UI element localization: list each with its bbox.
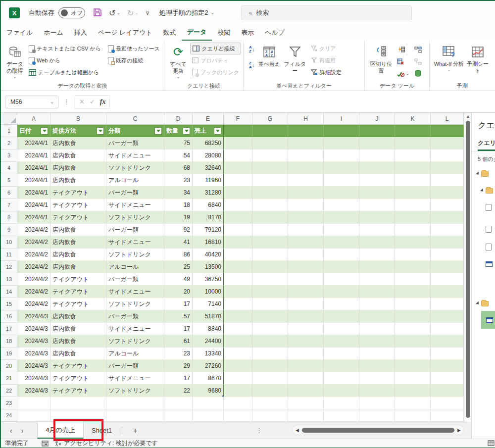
scroll-right-icon[interactable]: ▶	[457, 428, 461, 433]
data-validation-button[interactable]: ⌄	[396, 67, 411, 79]
empty-cell[interactable]	[395, 372, 431, 385]
empty-cell[interactable]	[252, 174, 288, 187]
query-item[interactable]	[481, 185, 493, 196]
data-cell[interactable]: 店内飲食	[50, 348, 106, 360]
column-header-E[interactable]: E	[193, 113, 224, 124]
query-item-selected[interactable]	[481, 311, 495, 329]
from-text-csv-button[interactable]: テキストまたは CSV から	[27, 43, 103, 54]
empty-cell[interactable]	[288, 149, 324, 162]
empty-cell[interactable]	[431, 162, 464, 174]
empty-cell[interactable]	[224, 409, 252, 422]
empty-cell[interactable]	[252, 211, 288, 224]
filter-dropdown-icon[interactable]	[183, 127, 190, 135]
enter-icon[interactable]: ✓	[90, 98, 95, 105]
data-cell[interactable]: 店内飲食	[50, 224, 106, 236]
empty-cell[interactable]	[288, 187, 324, 199]
data-cell[interactable]: サイドメニュー	[106, 199, 164, 211]
data-cell[interactable]: テイクアウト	[50, 360, 106, 372]
empty-cell[interactable]	[395, 310, 431, 323]
empty-cell[interactable]	[359, 310, 395, 323]
empty-cell[interactable]	[431, 372, 464, 385]
accessibility-status[interactable]: アクセシビリティ: 検討が必要です	[64, 439, 158, 448]
empty-cell[interactable]	[252, 236, 288, 249]
scroll-up-icon[interactable]: ▲	[466, 114, 470, 119]
empty-cell[interactable]	[252, 409, 288, 422]
data-cell[interactable]: 51870	[193, 310, 224, 323]
empty-cell[interactable]	[252, 249, 288, 261]
empty-cell[interactable]	[252, 298, 288, 310]
formula-input[interactable]	[114, 95, 491, 109]
queries-connections-button[interactable]: クエリと接続	[190, 43, 241, 54]
empty-cell[interactable]	[288, 273, 324, 286]
data-cell[interactable]: ソフトドリンク	[106, 298, 164, 310]
data-cell[interactable]: 13500	[193, 261, 224, 273]
empty-cell[interactable]	[395, 348, 431, 360]
filter-dropdown-icon[interactable]	[154, 127, 162, 135]
data-cell[interactable]: 36750	[193, 273, 224, 286]
empty-cell[interactable]	[324, 187, 359, 199]
empty-cell[interactable]	[431, 224, 464, 236]
empty-cell[interactable]	[359, 187, 395, 199]
empty-cell[interactable]	[224, 236, 252, 249]
data-cell[interactable]: 2024/4/3	[17, 360, 50, 372]
spreadsheet-grid[interactable]: ABCDEFGHIJKL1日付提供方法分類数量売上22024/4/1店内飲食バー…	[1, 113, 464, 422]
data-cell[interactable]: バーガー類	[106, 273, 164, 286]
data-cell[interactable]: バーガー類	[106, 224, 164, 236]
row-number[interactable]: 17	[1, 323, 17, 335]
empty-cell[interactable]	[224, 348, 252, 360]
empty-cell[interactable]	[252, 224, 288, 236]
empty-cell[interactable]	[324, 298, 359, 310]
query-pane-tab[interactable]: クエリ	[478, 139, 495, 151]
column-header-J[interactable]: J	[359, 113, 395, 124]
empty-cell[interactable]	[252, 261, 288, 273]
tab-help[interactable]: ヘルプ	[259, 25, 290, 40]
empty-cell[interactable]	[324, 125, 359, 137]
data-cell[interactable]: 10000	[193, 286, 224, 298]
data-cell[interactable]: 2024/4/3	[17, 372, 50, 385]
data-cell[interactable]: 2024/4/1	[17, 211, 50, 224]
row-number[interactable]: 8	[1, 211, 17, 224]
empty-cell[interactable]	[395, 397, 431, 409]
empty-cell[interactable]	[324, 211, 359, 224]
data-cell[interactable]: ソフトドリンク	[106, 211, 164, 224]
row-number[interactable]: 20	[1, 360, 17, 372]
data-cell[interactable]: テイクアウト	[50, 187, 106, 199]
query-item[interactable]	[477, 168, 489, 179]
empty-cell[interactable]	[431, 348, 464, 360]
empty-cell[interactable]	[395, 323, 431, 335]
data-cell[interactable]: 店内飲食	[50, 137, 106, 149]
empty-cell[interactable]	[324, 199, 359, 211]
empty-cell[interactable]	[252, 286, 288, 298]
row-number[interactable]: 21	[1, 372, 17, 385]
row-number[interactable]: 15	[1, 298, 17, 310]
empty-cell[interactable]	[324, 323, 359, 335]
data-cell[interactable]: 61	[164, 335, 193, 348]
data-cell[interactable]: 2024/4/2	[17, 286, 50, 298]
column-header-K[interactable]: K	[395, 113, 431, 124]
data-cell[interactable]: 18	[164, 199, 193, 211]
empty-cell[interactable]	[324, 372, 359, 385]
empty-cell[interactable]	[252, 162, 288, 174]
column-header-H[interactable]: H	[288, 113, 324, 124]
data-cell[interactable]: 2024/4/3	[17, 323, 50, 335]
clear-filter-button[interactable]: クリア	[309, 43, 344, 54]
sort-descending-button[interactable]: ZA↓	[248, 59, 256, 71]
query-item[interactable]	[486, 202, 492, 213]
empty-cell[interactable]	[50, 397, 106, 409]
column-header-I[interactable]: I	[324, 113, 359, 124]
data-cell[interactable]: 32640	[193, 162, 224, 174]
tab-page-layout[interactable]: ページ レイアウト	[93, 25, 158, 40]
flash-fill-button[interactable]	[396, 44, 411, 55]
empty-cell[interactable]	[431, 323, 464, 335]
empty-cell[interactable]	[324, 174, 359, 187]
empty-cell[interactable]	[359, 397, 395, 409]
relationships-button[interactable]	[413, 55, 423, 67]
empty-cell[interactable]	[324, 348, 359, 360]
properties-button[interactable]: プロパティ	[190, 54, 241, 66]
empty-cell[interactable]	[252, 335, 288, 348]
data-cell[interactable]: 41	[164, 236, 193, 249]
empty-cell[interactable]	[288, 335, 324, 348]
empty-cell[interactable]	[224, 310, 252, 323]
horizontal-scroll-thumb[interactable]	[302, 428, 454, 433]
empty-cell[interactable]	[324, 335, 359, 348]
